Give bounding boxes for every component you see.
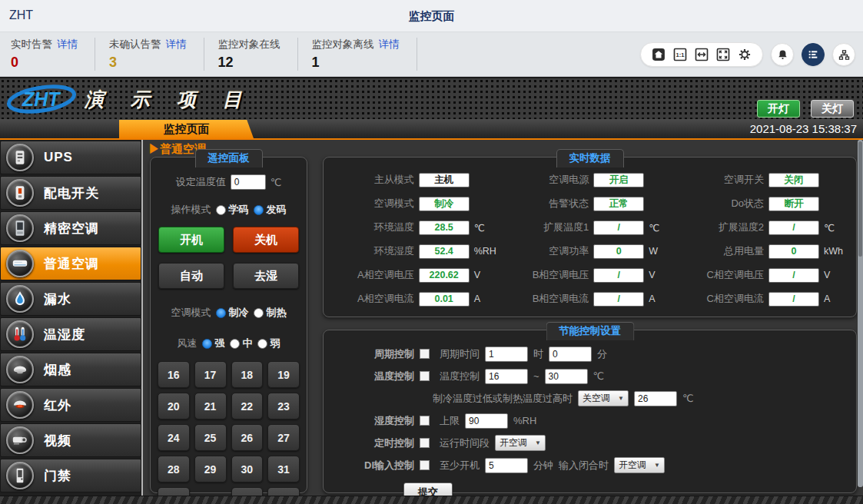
video-icon: [6, 426, 34, 454]
temp-number-button[interactable]: 20: [158, 393, 190, 419]
cycle-control-checkbox[interactable]: [420, 349, 430, 359]
sidebar-item-配电开关[interactable]: 配电开关: [0, 176, 141, 210]
realtime-field: 总用电量0kWh: [676, 244, 847, 259]
ac-mode-option[interactable]: 制冷: [216, 306, 249, 320]
sidebar-item-视频[interactable]: 视频: [0, 423, 141, 457]
dehumidify-button[interactable]: 去湿: [233, 263, 299, 289]
realtime-value-box: /: [768, 220, 819, 235]
op-mode-option[interactable]: 学码: [216, 203, 249, 217]
fullscreen-button[interactable]: [715, 46, 732, 63]
humidity-control-checkbox[interactable]: [420, 416, 430, 426]
fan-speed-option[interactable]: 中: [230, 337, 253, 350]
stat-label: 监控对象离线: [312, 38, 374, 50]
temp-number-button[interactable]: 24: [158, 424, 190, 451]
stat-value: 0: [11, 55, 78, 71]
temp-number-button[interactable]: 18: [231, 361, 264, 388]
temp-overflow-action-value: 关空调: [583, 392, 610, 405]
bell-button[interactable]: [771, 43, 794, 66]
temp-number-button[interactable]: 29: [194, 456, 227, 482]
toolbar: 1:1: [640, 42, 855, 67]
sidebar-item-普通空调[interactable]: 普通空调: [0, 247, 141, 280]
stat-value: 12: [218, 55, 280, 71]
temp-max-input[interactable]: [545, 369, 588, 384]
stat-detail-link[interactable]: 详情: [166, 38, 187, 50]
op-mode-group: 操作模式学码发码: [151, 203, 307, 217]
sidebar-item-漏水[interactable]: 漏水: [0, 282, 141, 316]
temp-number-button[interactable]: 21: [194, 393, 227, 419]
radio-icon[interactable]: [254, 205, 264, 215]
fan-speed-option[interactable]: 强: [202, 337, 225, 350]
timer-period-select[interactable]: 开空调 ▼: [495, 435, 546, 451]
temp-number-button[interactable]: 26: [231, 424, 264, 451]
realtime-field: 主从模式主机: [327, 172, 497, 187]
stat-group: 实时告警详情0: [11, 38, 95, 71]
sidebar-item-精密空调[interactable]: 精密空调: [0, 211, 141, 245]
sidebar-item-门禁[interactable]: 门禁: [0, 459, 141, 492]
timer-control-checkbox[interactable]: [420, 438, 430, 448]
stat-detail-link[interactable]: 详情: [379, 38, 400, 50]
radio-icon[interactable]: [216, 308, 226, 318]
set-temp-input[interactable]: [231, 174, 266, 190]
temp-number-button[interactable]: 31: [267, 456, 300, 482]
temp-number-button[interactable]: 30: [231, 456, 264, 482]
temp-humidity-icon: [6, 320, 34, 348]
tab-monitor-page[interactable]: 监控页面: [119, 120, 254, 138]
ac-mode-option[interactable]: 制热: [254, 306, 287, 320]
temp-number-button[interactable]: 19: [267, 361, 300, 388]
di-min-on-input[interactable]: [485, 458, 528, 473]
temp-number-button[interactable]: 28: [158, 456, 190, 482]
di-input-control-checkbox[interactable]: [420, 460, 430, 470]
temp-number-button[interactable]: 27: [267, 424, 300, 451]
fan-speed-option[interactable]: 弱: [257, 337, 280, 350]
ac-icon: [6, 250, 34, 277]
sidebar-item-红外[interactable]: 红外: [0, 388, 141, 422]
stat-detail-link[interactable]: 详情: [57, 38, 78, 50]
temperature-numpad: 1617181920212223242526272829303132+-: [158, 361, 300, 504]
sidebar-item-UPS[interactable]: UPS: [0, 141, 141, 174]
auto-button[interactable]: 自动: [158, 263, 224, 289]
op-mode-option[interactable]: 发码: [254, 203, 287, 217]
radio-icon[interactable]: [216, 205, 226, 215]
topology-button[interactable]: [832, 43, 855, 66]
temp-min-input[interactable]: [485, 369, 528, 384]
sidebar-item-温湿度[interactable]: 温湿度: [0, 317, 141, 351]
power-off-button[interactable]: 关机: [233, 227, 299, 253]
temp-number-button[interactable]: 25: [194, 424, 227, 451]
radio-icon[interactable]: [202, 339, 212, 349]
temp-number-button[interactable]: 22: [231, 393, 264, 419]
temp-number-button[interactable]: 17: [194, 361, 227, 388]
radio-icon[interactable]: [257, 339, 267, 349]
settings-button[interactable]: [736, 46, 753, 63]
realtime-field-unit: A: [474, 293, 497, 304]
fit-width-button[interactable]: [693, 46, 710, 63]
cycle-control-row: 周期控制 周期时间 时 分: [353, 346, 856, 362]
realtime-field-unit: W: [649, 246, 672, 257]
temp-control-checkbox[interactable]: [420, 371, 430, 381]
temp-threshold-unit: ℃: [682, 393, 694, 404]
sidebar-item-烟感[interactable]: 烟感: [0, 353, 141, 386]
temp-overflow-label: 制冷温度过低或制热温度过高时: [433, 392, 573, 406]
power-on-button[interactable]: 开机: [158, 227, 224, 253]
main-scrollbar[interactable]: [858, 140, 863, 487]
realtime-field-unit: V: [824, 270, 847, 280]
light-on-button[interactable]: 开灯: [757, 100, 800, 118]
temp-number-button[interactable]: 16: [158, 361, 190, 388]
temp-threshold-input[interactable]: [634, 391, 677, 406]
light-off-button[interactable]: 关灯: [811, 100, 854, 118]
svg-text:1:1: 1:1: [676, 51, 685, 58]
scrollbar-thumb[interactable]: [858, 141, 862, 257]
radio-icon[interactable]: [230, 339, 240, 349]
alarm-list-button[interactable]: [802, 43, 825, 66]
di-closed-action-select[interactable]: 开空调 ▼: [614, 457, 665, 473]
cycle-hours-input[interactable]: [485, 346, 528, 362]
humidity-limit-input[interactable]: [465, 413, 508, 429]
cycle-minutes-input[interactable]: [549, 346, 592, 362]
sidebar-item-label: UPS: [44, 150, 73, 165]
temp-number-button[interactable]: 23: [267, 393, 300, 419]
actual-size-button[interactable]: 1:1: [672, 46, 689, 63]
radio-icon[interactable]: [254, 308, 264, 318]
precision-ac-icon: [6, 214, 34, 242]
temp-overflow-action-select[interactable]: 关空调 ▼: [578, 390, 629, 406]
home-button[interactable]: [650, 46, 667, 63]
zht-logo: ZHT: [6, 81, 77, 117]
